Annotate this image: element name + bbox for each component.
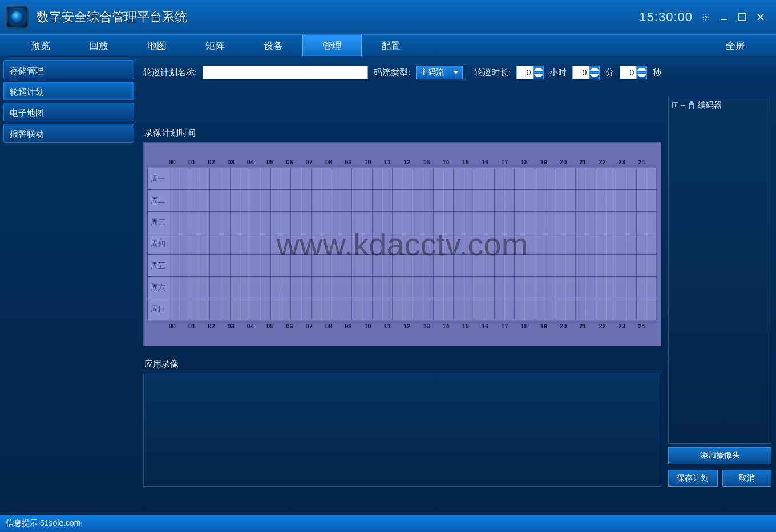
schedule-cell[interactable] [495,233,515,254]
schedule-cell[interactable] [332,168,353,189]
schedule-cell[interactable] [413,233,434,254]
schedule-cell[interactable] [352,255,373,276]
schedule-cell[interactable] [474,233,495,254]
schedule-cell[interactable] [250,255,271,276]
hours-value[interactable]: 0 [516,66,534,79]
schedule-cell[interactable] [373,233,393,254]
schedule-cell[interactable] [637,233,657,254]
schedule-cell[interactable] [250,190,271,211]
schedule-cell[interactable] [535,168,556,189]
schedule-cell[interactable] [291,277,312,298]
schedule-cell[interactable] [413,255,434,276]
schedule-cell[interactable] [271,298,292,320]
schedule-cell[interactable] [474,212,495,233]
minutes-value[interactable]: 0 [572,66,589,79]
schedule-cell[interactable] [637,277,657,298]
schedule-cell[interactable] [555,255,576,276]
schedule-cell[interactable] [637,298,657,320]
schedule-cell[interactable] [393,212,413,233]
schedule-cell[interactable] [596,255,617,276]
settings-icon[interactable] [701,12,711,22]
schedule-cell[interactable] [169,212,190,233]
schedule-cell[interactable] [596,190,617,211]
close-icon[interactable] [755,12,766,22]
schedule-cell[interactable] [291,168,312,189]
schedule-cell[interactable] [454,255,474,276]
schedule-cell[interactable] [616,298,637,320]
day-row[interactable]: 周二 [148,190,657,212]
schedule-cell[interactable] [393,168,413,189]
schedule-cell[interactable] [312,233,332,254]
cancel-button[interactable]: 取消 [722,470,771,487]
sidebar-item-emap[interactable]: 电子地图 [3,103,134,121]
stream-type-dropdown[interactable]: 主码流 [416,66,463,79]
schedule-cell[interactable] [250,212,271,233]
schedule-cell[interactable] [250,233,271,254]
schedule-cell[interactable] [616,212,637,233]
schedule-cell[interactable] [535,212,556,233]
schedule-cell[interactable] [576,277,596,298]
schedule-cell[interactable] [332,298,353,320]
maximize-icon[interactable] [737,12,747,22]
schedule-cell[interactable] [474,168,495,189]
schedule-cell[interactable] [413,212,434,233]
sidebar-item-storage[interactable]: 存储管理 [3,60,134,79]
schedule-cell[interactable] [332,255,353,276]
schedule-cell[interactable] [576,168,596,189]
schedule-cell[interactable] [271,168,292,189]
schedule-cell[interactable] [231,298,251,320]
schedule-cell[interactable] [291,255,312,276]
schedule-cell[interactable] [434,233,454,254]
schedule-cell[interactable] [454,212,474,233]
nav-device[interactable]: 设备 [244,35,302,56]
schedule-cell[interactable] [413,298,434,320]
schedule-cell[interactable] [474,298,495,320]
schedule-cell[interactable] [189,298,210,320]
schedule-cell[interactable] [312,255,332,276]
nav-manage[interactable]: 管理 [302,35,362,56]
schedule-cell[interactable] [454,298,474,320]
schedule-cell[interactable] [495,255,515,276]
schedule-cell[interactable] [434,277,454,298]
schedule-cell[interactable] [169,168,190,189]
schedule-cell[interactable] [616,233,637,254]
schedule-cell[interactable] [250,168,271,189]
schedule-cell[interactable] [189,212,210,233]
schedule-cell[interactable] [474,277,495,298]
schedule-cell[interactable] [169,255,190,276]
day-row[interactable]: 周五 [148,255,657,277]
nav-matrix[interactable]: 矩阵 [186,35,244,56]
schedule-cell[interactable] [271,233,292,254]
schedule-grid[interactable]: 0001020304050607080910111213141516171819… [143,142,662,346]
schedule-cell[interactable] [454,233,474,254]
schedule-cell[interactable] [555,233,576,254]
schedule-cell[interactable] [393,255,413,276]
seconds-spinner[interactable]: 0 [620,66,647,79]
schedule-cell[interactable] [332,212,353,233]
schedule-cell[interactable] [495,190,515,211]
schedule-cell[interactable] [250,298,271,320]
schedule-cell[interactable] [312,298,332,320]
schedule-cell[interactable] [596,233,617,254]
schedule-cell[interactable] [291,298,312,320]
schedule-cell[interactable] [555,190,576,211]
device-tree[interactable]: + ┄ 编码器 [668,96,771,444]
nav-map[interactable]: 地图 [128,35,186,56]
schedule-cell[interactable] [515,190,535,211]
seconds-value[interactable]: 0 [620,66,637,79]
schedule-cell[interactable] [231,212,251,233]
schedule-cell[interactable] [312,212,332,233]
schedule-cell[interactable] [515,212,535,233]
schedule-cell[interactable] [352,233,373,254]
schedule-cell[interactable] [373,298,393,320]
schedule-cell[interactable] [576,190,596,211]
schedule-cell[interactable] [210,298,231,320]
schedule-cell[interactable] [434,212,454,233]
schedule-cell[interactable] [616,277,637,298]
schedule-cell[interactable] [169,190,190,211]
nav-preview[interactable]: 预览 [11,35,70,56]
schedule-cell[interactable] [210,233,231,254]
schedule-cell[interactable] [413,168,434,189]
schedule-cell[interactable] [495,298,515,320]
schedule-cell[interactable] [373,255,393,276]
